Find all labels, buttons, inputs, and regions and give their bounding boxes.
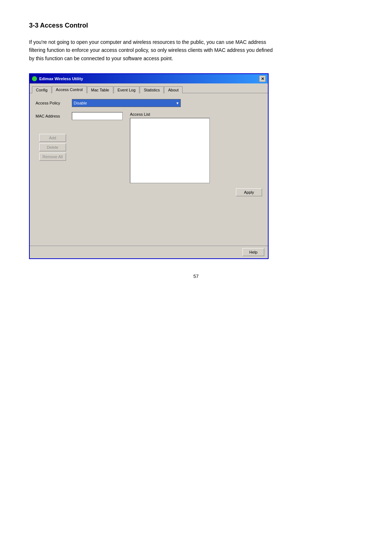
tab-mac-table[interactable]: Mac Table [87, 86, 113, 93]
tab-about[interactable]: About [164, 86, 183, 93]
access-policy-select[interactable]: Disable Allow Reject [72, 99, 181, 107]
tab-access-control[interactable]: Access Control [52, 86, 87, 93]
help-button[interactable]: Help [242, 248, 264, 256]
apply-button[interactable]: Apply [236, 188, 262, 196]
tab-statistics[interactable]: Statistics [140, 86, 164, 93]
add-button[interactable]: Add [39, 134, 66, 142]
mac-left-section: MAC Address Add Delete Remove All [36, 112, 123, 161]
buttons-col: Add Delete Remove All [39, 134, 66, 161]
mac-field-row: MAC Address [36, 112, 123, 120]
access-policy-label: Access Policy [36, 101, 68, 105]
tab-bar: Config Access Control Mac Table Event Lo… [30, 83, 268, 93]
window-bottom-bar: Help [30, 246, 268, 258]
access-list-section: Access List [130, 112, 210, 183]
window-title: Edimax Wireless Utility [39, 77, 83, 81]
window-content: Access Policy Disable Allow Reject ▼ MAC… [30, 93, 268, 246]
page-description: If you're not going to open your compute… [29, 38, 276, 62]
page-title: 3-3 Access Control [29, 22, 363, 29]
access-policy-row: Access Policy Disable Allow Reject ▼ [36, 99, 262, 107]
apply-row: Apply [36, 188, 262, 196]
delete-button[interactable]: Delete [39, 143, 66, 151]
access-list-label: Access List [130, 112, 210, 116]
application-window: Edimax Wireless Utility ✕ Config Access … [29, 73, 269, 259]
close-button[interactable]: ✕ [259, 75, 266, 82]
window-icon [32, 76, 37, 81]
mac-access-row: MAC Address Add Delete Remove All Access… [36, 112, 262, 183]
window-titlebar: Edimax Wireless Utility ✕ [30, 74, 268, 83]
mac-address-input[interactable] [72, 112, 123, 120]
access-list-box[interactable] [130, 118, 210, 183]
tab-config[interactable]: Config [32, 86, 52, 93]
mac-address-label: MAC Address [36, 114, 68, 118]
access-policy-select-wrapper: Disable Allow Reject ▼ [72, 99, 181, 107]
tab-event-log[interactable]: Event Log [114, 86, 140, 93]
page-number: 57 [29, 274, 363, 279]
remove-all-button[interactable]: Remove All [39, 153, 66, 161]
